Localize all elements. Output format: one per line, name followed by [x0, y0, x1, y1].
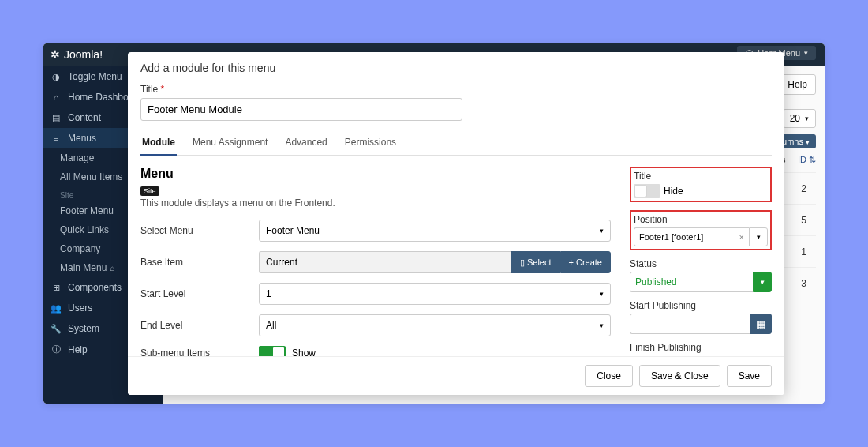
title-label: Title *: [140, 84, 772, 95]
plus-icon: +: [569, 257, 574, 267]
chevron-down-icon: ▾: [761, 278, 765, 286]
row-base-item: Base Item Current ▯Select +Create: [140, 251, 611, 273]
modal-title: Add a module for this menu: [128, 52, 784, 84]
tab-menu-assignment[interactable]: Menu Assignment: [191, 130, 269, 155]
file-icon: ▯: [520, 257, 525, 268]
tabs: Module Menu Assignment Advanced Permissi…: [140, 130, 772, 156]
chevron-down-icon: ▾: [757, 233, 761, 241]
content-area: Menu Site This module displays a menu on…: [140, 167, 772, 356]
position-dropdown-button[interactable]: ▾: [749, 227, 768, 246]
modal-overlay: Add a module for this menu Title * Modul…: [43, 43, 825, 404]
start-pub-input[interactable]: [630, 314, 750, 334]
save-button[interactable]: Save: [727, 365, 772, 387]
chevron-down-icon: ▾: [600, 290, 604, 298]
chevron-down-icon: ▾: [600, 321, 604, 329]
title-hide-toggle[interactable]: [634, 184, 660, 198]
site-badge: Site: [140, 186, 159, 196]
chevron-down-icon: ▾: [600, 227, 604, 235]
clear-icon[interactable]: ×: [739, 232, 744, 242]
col-left: Menu Site This module displays a menu on…: [140, 167, 611, 356]
base-item-label: Base Item: [140, 257, 259, 268]
close-button[interactable]: Close: [585, 365, 633, 387]
status-box: Status Published ▾: [630, 258, 772, 292]
submenu-label: Sub-menu Items: [140, 347, 259, 356]
row-start-level: Start Level 1▾: [140, 283, 611, 305]
base-item-input: Current: [259, 251, 511, 273]
modal-footer: Close Save & Close Save: [128, 356, 784, 395]
end-level-label: End Level: [140, 320, 259, 331]
submenu-toggle[interactable]: [259, 346, 286, 356]
base-select-button[interactable]: ▯Select: [511, 251, 560, 273]
col-right: Title Hide Position Footer1 [footer1]× ▾: [630, 167, 772, 356]
position-label: Position: [634, 214, 768, 225]
finish-pub-label: Finish Publishing: [630, 342, 772, 353]
start-pub-calendar-button[interactable]: ▦: [750, 314, 772, 334]
section-desc: This module displays a menu on the Front…: [140, 197, 611, 208]
row-end-level: End Level All▾: [140, 314, 611, 336]
app-frame: ✲ Joomla! ◯ User Menu ▾ ◑Toggle Menu ⌂Ho…: [43, 43, 825, 404]
end-level-dropdown[interactable]: All▾: [259, 314, 611, 336]
position-box: Position Footer1 [footer1]× ▾: [630, 210, 772, 250]
finish-pub-box: Finish Publishing: [630, 342, 772, 353]
start-level-label: Start Level: [140, 288, 259, 299]
position-input[interactable]: Footer1 [footer1]×: [634, 227, 749, 246]
modal-body: Title * Module Menu Assignment Advanced …: [128, 84, 784, 356]
tab-permissions[interactable]: Permissions: [343, 130, 398, 155]
section-title: Menu: [140, 167, 611, 181]
start-pub-label: Start Publishing: [630, 300, 772, 311]
select-menu-label: Select Menu: [140, 225, 259, 236]
start-level-dropdown[interactable]: 1▾: [259, 283, 611, 305]
tab-module[interactable]: Module: [140, 130, 177, 156]
tab-advanced[interactable]: Advanced: [283, 130, 328, 155]
calendar-icon: ▦: [756, 318, 765, 330]
title-input[interactable]: [140, 98, 462, 121]
title-hide-state: Hide: [664, 186, 683, 197]
row-select-menu: Select Menu Footer Menu▾: [140, 220, 611, 242]
status-label: Status: [630, 258, 772, 269]
submenu-state: Show: [292, 347, 316, 356]
base-create-button[interactable]: +Create: [560, 251, 611, 273]
row-submenu: Sub-menu Items Show: [140, 346, 611, 356]
title-toggle-box: Title Hide: [630, 167, 772, 202]
start-pub-box: Start Publishing ▦: [630, 300, 772, 334]
status-value: Published: [630, 272, 753, 292]
title-toggle-label: Title: [634, 171, 768, 182]
save-close-button[interactable]: Save & Close: [639, 365, 720, 387]
select-menu-dropdown[interactable]: Footer Menu▾: [259, 220, 611, 242]
status-dropdown-button[interactable]: ▾: [753, 272, 772, 292]
add-module-modal: Add a module for this menu Title * Modul…: [128, 52, 784, 395]
